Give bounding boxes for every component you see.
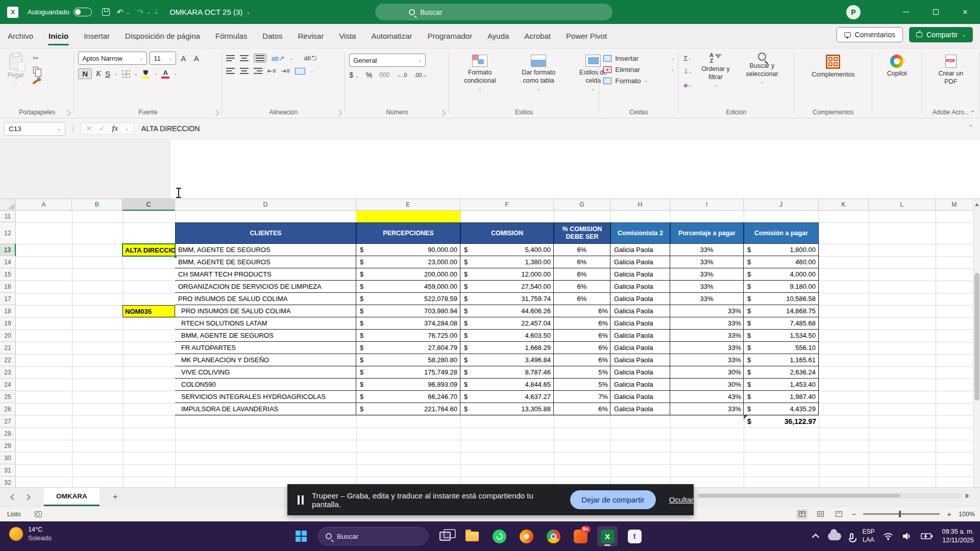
cell-client[interactable]: IMPULSORA DE LAVANDERIAS: [175, 403, 356, 415]
column-header-E[interactable]: E: [356, 199, 460, 211]
cell-client[interactable]: BMM, AGENTE DE SEGUROS: [175, 330, 356, 342]
cell-comision-pagar[interactable]: $2,636.24: [744, 366, 819, 379]
cell-comision[interactable]: $1,668.29: [460, 342, 554, 354]
volume-icon[interactable]: [902, 532, 912, 540]
cell-comisionista[interactable]: Galicia Paola: [610, 330, 670, 342]
cell-percepciones[interactable]: $23,000.00: [356, 256, 460, 268]
cell-pct-pagar[interactable]: 33%: [670, 330, 744, 342]
browser-button[interactable]: [516, 526, 536, 546]
align-top-icon[interactable]: [226, 55, 235, 61]
comments-button[interactable]: Comentarios: [837, 27, 903, 42]
row-header-27[interactable]: 27: [0, 415, 16, 428]
decrease-indent-icon[interactable]: ⇤≡: [267, 67, 276, 74]
copy-icon[interactable]: [31, 65, 41, 74]
menu-tab-revisar[interactable]: Revisar: [290, 24, 332, 48]
hide-notification-link[interactable]: Ocultar: [669, 495, 694, 504]
cell-client[interactable]: RTECH SOLUTIONS LATAM: [175, 317, 356, 330]
menu-tab-automatizar[interactable]: Automatizar: [363, 24, 420, 48]
normal-view-icon[interactable]: [796, 509, 807, 519]
cell-percepciones[interactable]: $703,980.94: [356, 305, 460, 317]
cell-comision[interactable]: $4,844.65: [460, 379, 554, 391]
excel-taskbar-button[interactable]: X: [597, 526, 618, 546]
fill-icon[interactable]: ⇩ ⌄: [682, 67, 693, 76]
row-header-30[interactable]: 30: [0, 452, 16, 464]
page-break-view-icon[interactable]: [833, 509, 844, 519]
horizontal-scrollbar-thumb[interactable]: [698, 494, 900, 497]
microphone-icon[interactable]: [850, 533, 853, 539]
cell-comision[interactable]: $27,540.00: [460, 281, 554, 293]
percent-format-icon[interactable]: %: [366, 71, 372, 79]
cell-comisionista[interactable]: Galicia Paola: [610, 391, 670, 403]
format-cells-button[interactable]: Formato⌄: [603, 77, 674, 85]
cell-comision-pagar[interactable]: $1,800.00: [744, 244, 819, 256]
scroll-right-icon[interactable]: [966, 493, 972, 498]
cell-client[interactable]: BMM, AGENTE DE SEGUROS: [175, 256, 356, 268]
horizontal-scrollbar[interactable]: [696, 493, 962, 498]
cell-pct-pagar[interactable]: 30%: [670, 379, 744, 391]
font-name-select[interactable]: Aptos Narrow⌄: [78, 52, 147, 65]
select-all-corner[interactable]: [0, 199, 16, 211]
vertical-scrollbar[interactable]: [973, 199, 980, 487]
cell-percepciones[interactable]: $175,749.28: [356, 366, 460, 379]
cell-client[interactable]: COLON590: [175, 379, 356, 391]
tag-cell-18[interactable]: NOM035: [122, 305, 175, 317]
row-header-15[interactable]: 15: [0, 268, 16, 281]
font-size-select[interactable]: 11⌄: [150, 52, 176, 65]
zoom-level[interactable]: 100%: [959, 511, 975, 518]
row-header-23[interactable]: 23: [0, 366, 16, 379]
table-header-percepciones[interactable]: PERCEPCIONES: [356, 222, 460, 244]
row-header-11[interactable]: 11: [0, 211, 16, 222]
menu-tab-disposici-n-de-p-gina[interactable]: Disposición de página: [117, 24, 208, 48]
task-view-button[interactable]: [435, 526, 455, 546]
language-indicator[interactable]: ESPLAA: [862, 528, 874, 544]
cell-pct-comision[interactable]: 7%: [554, 391, 610, 403]
onedrive-icon[interactable]: [828, 533, 841, 540]
row-header-16[interactable]: 16: [0, 281, 16, 293]
align-right-icon[interactable]: [254, 68, 262, 74]
font-color-icon[interactable]: A: [161, 69, 169, 79]
cell-client[interactable]: FR AUTOPARTES: [175, 342, 356, 354]
cell-comisionista[interactable]: Galicia Paola: [610, 317, 670, 330]
cell-pct-pagar[interactable]: 33%: [670, 244, 744, 256]
cell-comisionista[interactable]: Galicia Paola: [610, 305, 670, 317]
page-layout-view-icon[interactable]: [815, 509, 826, 519]
cell-comision-pagar[interactable]: $1,453.40: [744, 379, 819, 391]
table-header-clientes[interactable]: CLIENTES: [175, 222, 356, 244]
column-header-K[interactable]: K: [819, 199, 869, 211]
maximize-button[interactable]: [921, 0, 950, 24]
column-header-C[interactable]: C: [122, 199, 175, 211]
tray-chevron-icon[interactable]: [812, 534, 819, 541]
format-as-table-button[interactable]: Dar formato como tabla⌄: [510, 52, 567, 95]
column-header-B[interactable]: B: [72, 199, 122, 211]
namebox-splitter[interactable]: ⋮: [69, 125, 76, 133]
row-header-19[interactable]: 19: [0, 317, 16, 330]
cell-pct-pagar[interactable]: 30%: [670, 366, 744, 379]
next-sheet-icon[interactable]: [24, 494, 31, 500]
cell-pct-comision[interactable]: 6%: [554, 305, 610, 317]
cell-comisionista[interactable]: Galicia Paola: [610, 281, 670, 293]
wrap-text-icon[interactable]: ab⮌: [304, 55, 317, 62]
cell-comision-pagar[interactable]: $1,534.50: [744, 330, 819, 342]
fx-chevron[interactable]: ⌄: [125, 127, 129, 131]
cell-percepciones[interactable]: $221,764.60: [356, 403, 460, 415]
cell-comision[interactable]: $3,496.84: [460, 354, 554, 366]
table-header-comision[interactable]: COMISION: [460, 222, 554, 244]
column-header-F[interactable]: F: [460, 199, 554, 211]
column-header-L[interactable]: L: [869, 199, 936, 211]
increase-font-icon[interactable]: Aˆ: [179, 54, 189, 63]
cell-pct-pagar[interactable]: 33%: [670, 403, 744, 415]
cell-comisionista[interactable]: Galicia Paola: [610, 268, 670, 281]
column-header-A[interactable]: A: [16, 199, 72, 211]
cell-pct-pagar[interactable]: 33%: [670, 342, 744, 354]
row-header-29[interactable]: 29: [0, 440, 16, 452]
cell-comision-pagar[interactable]: $4,435.29: [744, 403, 819, 415]
cell-comision-pagar[interactable]: $1,987.40: [744, 391, 819, 403]
delete-cells-button[interactable]: ×Eliminar⌄: [603, 66, 674, 73]
table-header-comisionista[interactable]: Comisionista 2: [610, 222, 670, 244]
cell-pct-comision[interactable]: 6%: [554, 256, 610, 268]
orientation-icon[interactable]: ab↗: [272, 55, 284, 62]
increase-decimal-icon[interactable]: ←.0: [397, 72, 407, 78]
currency-format-icon[interactable]: $ ⌄: [349, 71, 358, 79]
increase-indent-icon[interactable]: ⇥≡: [281, 67, 290, 74]
cell-pct-pagar[interactable]: 33%: [670, 293, 744, 305]
